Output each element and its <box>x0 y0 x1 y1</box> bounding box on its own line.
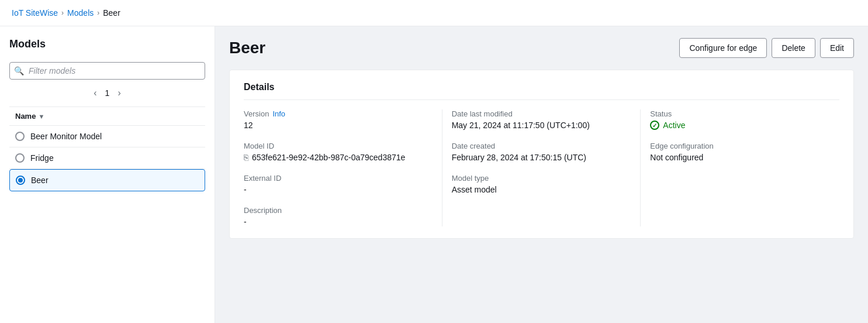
list-item[interactable]: Fridge <box>9 147 205 169</box>
details-card: Details Version Info 12 Model ID ⎘ <box>229 70 854 239</box>
model-name-beer-monitor: Beer Monitor Model <box>30 132 102 141</box>
main-content: Beer Configure for edge Delete Edit Deta… <box>215 26 868 323</box>
external-id-value: - <box>244 185 433 194</box>
detail-col-left: Version Info 12 Model ID ⎘ 653fe621-9e92… <box>244 109 442 226</box>
date-modified-label: Date last modified <box>452 109 631 118</box>
breadcrumb-current: Beer <box>103 8 120 18</box>
column-name-label: Name <box>15 112 36 121</box>
description-field: Description - <box>244 206 433 226</box>
detail-col-right: Status ✓ Active Edge configuration Not c… <box>641 109 839 226</box>
search-input[interactable] <box>9 62 205 80</box>
details-title: Details <box>244 82 839 100</box>
version-value: 12 <box>244 121 433 130</box>
edit-button[interactable]: Edit <box>820 38 854 58</box>
delete-button[interactable]: Delete <box>772 38 815 58</box>
edge-config-label: Edge configuration <box>650 142 839 150</box>
edge-config-field: Edge configuration Not configured <box>650 142 839 162</box>
version-label: Version <box>244 109 269 118</box>
detail-col-middle: Date last modified May 21, 2024 at 11:17… <box>442 109 641 226</box>
pagination: ‹ 1 › <box>9 87 205 99</box>
model-id-row: ⎘ 653fe621-9e92-42bb-987c-0a79ced3871e <box>244 153 433 162</box>
sidebar: Models 🔍 ‹ 1 › Name ▼ Beer Monitor Model <box>0 26 215 323</box>
model-type-value: Asset model <box>452 185 631 194</box>
description-value: - <box>244 217 433 226</box>
external-id-label: External ID <box>244 174 433 183</box>
pagination-prev[interactable]: ‹ <box>90 87 100 99</box>
radio-beer-monitor[interactable] <box>15 132 25 141</box>
details-grid: Version Info 12 Model ID ⎘ 653fe621-9e92… <box>244 109 839 226</box>
date-created-field: Date created February 28, 2024 at 17:50:… <box>452 142 631 162</box>
edge-config-value: Not configured <box>650 153 839 162</box>
breadcrumb-models[interactable]: Models <box>67 8 94 18</box>
model-list: Name ▼ Beer Monitor Model Fridge Beer <box>9 106 205 191</box>
model-name-fridge: Fridge <box>30 153 54 163</box>
status-field: Status ✓ Active <box>650 109 839 130</box>
action-buttons: Configure for edge Delete Edit <box>679 38 854 58</box>
list-header-name: Name ▼ <box>15 112 199 121</box>
breadcrumb-sep-2: › <box>97 9 99 17</box>
date-modified-field: Date last modified May 21, 2024 at 11:17… <box>452 109 631 130</box>
model-id-field: Model ID ⎘ 653fe621-9e92-42bb-987c-0a79c… <box>244 142 433 162</box>
date-created-value: February 28, 2024 at 17:50:15 (UTC) <box>452 153 631 162</box>
configure-edge-button[interactable]: Configure for edge <box>679 38 767 58</box>
list-item[interactable]: Beer Monitor Model <box>9 126 205 147</box>
pagination-next[interactable]: › <box>114 87 124 99</box>
search-container: 🔍 <box>9 62 205 80</box>
breadcrumb: IoT SiteWise › Models › Beer <box>0 0 868 26</box>
version-field: Version Info 12 <box>244 109 433 130</box>
breadcrumb-sep-1: › <box>61 9 64 17</box>
sidebar-title: Models <box>9 38 205 55</box>
radio-fridge[interactable] <box>15 153 25 163</box>
model-type-field: Model type Asset model <box>452 174 631 194</box>
version-label-row: Version Info <box>244 109 433 118</box>
main-header: Beer Configure for edge Delete Edit <box>229 38 854 58</box>
status-value: Active <box>663 121 685 130</box>
main-layout: Models 🔍 ‹ 1 › Name ▼ Beer Monitor Model <box>0 26 868 323</box>
pagination-page: 1 <box>105 88 110 98</box>
breadcrumb-iot-sitewise[interactable]: IoT SiteWise <box>12 8 58 18</box>
status-badge: ✓ Active <box>650 121 839 130</box>
page-title: Beer <box>229 39 265 57</box>
description-label: Description <box>244 206 433 215</box>
status-active-icon: ✓ <box>650 121 659 130</box>
radio-beer[interactable] <box>16 176 25 185</box>
version-info-link[interactable]: Info <box>272 109 285 118</box>
list-header: Name ▼ <box>9 107 205 126</box>
date-modified-value: May 21, 2024 at 11:17:50 (UTC+1:00) <box>452 121 631 130</box>
copy-icon[interactable]: ⎘ <box>244 153 248 162</box>
sort-icon[interactable]: ▼ <box>38 113 44 120</box>
status-label: Status <box>650 109 839 118</box>
model-id-value: 653fe621-9e92-42bb-987c-0a79ced3871e <box>252 153 405 162</box>
model-id-label: Model ID <box>244 142 433 150</box>
external-id-field: External ID - <box>244 174 433 194</box>
model-name-beer: Beer <box>31 176 49 185</box>
model-type-label: Model type <box>452 174 631 183</box>
date-created-label: Date created <box>452 142 631 150</box>
list-item-selected[interactable]: Beer <box>9 169 205 191</box>
